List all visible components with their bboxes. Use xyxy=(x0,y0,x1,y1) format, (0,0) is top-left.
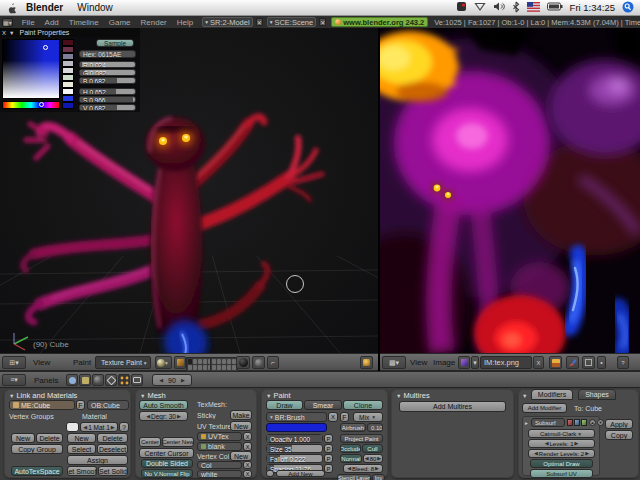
panel-collapse-icon[interactable]: ▼ xyxy=(396,393,401,399)
monitor-status-icon[interactable] xyxy=(456,1,467,14)
image-menu[interactable]: Image xyxy=(433,358,455,367)
menu-timeline[interactable]: Timeline xyxy=(69,18,99,27)
blank-delete-button[interactable]: X xyxy=(243,442,252,451)
white-delete-button[interactable]: X xyxy=(243,470,252,478)
render-visibility-icon[interactable] xyxy=(567,419,573,426)
opacity-slider[interactable]: Opacity 1.000 xyxy=(266,434,323,443)
add-modifier-button[interactable]: Add Modifier xyxy=(522,403,567,413)
proportional-sphere-button[interactable] xyxy=(252,356,265,369)
slider-v[interactable]: V 0.682 xyxy=(79,104,136,111)
modifier-expand-icon[interactable]: ▸ xyxy=(525,420,528,426)
color-swatch[interactable] xyxy=(62,53,74,60)
input-flag-icon[interactable] xyxy=(527,2,540,14)
vgroup-new-button[interactable]: New xyxy=(11,433,35,443)
material-new-button[interactable]: New xyxy=(67,433,96,443)
hex-field[interactable]: Hex: 0615AE xyxy=(79,50,136,58)
app-menu[interactable]: Blender xyxy=(26,2,63,13)
auto-smooth-toggle[interactable]: Auto Smooth xyxy=(139,400,188,410)
screen-selector[interactable]: ▾ SR:2-Model xyxy=(202,17,252,27)
color-swatch[interactable] xyxy=(62,95,74,102)
menu-help[interactable]: Help xyxy=(177,18,193,27)
battery-icon[interactable] xyxy=(547,2,563,13)
center-cursor-button[interactable]: Center Cursor xyxy=(139,448,194,458)
menu-game[interactable]: Game xyxy=(109,18,131,27)
volume-icon[interactable] xyxy=(493,1,505,14)
add-new-checkbox[interactable] xyxy=(266,470,274,477)
stencil-inv-toggle[interactable]: Inv xyxy=(372,474,385,480)
buttons-type-icon[interactable]: ≡▾ xyxy=(2,374,26,386)
white-layer-item[interactable]: white xyxy=(197,470,242,478)
menubar-clock[interactable]: Fri 1:34:25 xyxy=(570,2,615,13)
copy-group-button[interactable]: Copy Group xyxy=(11,444,63,454)
smear-brush-toggle[interactable]: Smear xyxy=(304,400,342,410)
slider-g[interactable]: G 0.082 xyxy=(79,69,136,76)
viewport-3d[interactable]: (90) Cube X ▼ Paint Properties xyxy=(0,28,378,353)
subsurf-uv-toggle[interactable]: Subsurf UV xyxy=(530,469,593,478)
snap-button[interactable]: ⌐ xyxy=(267,356,279,369)
mode-dropdown[interactable]: Texture Paint ▾ xyxy=(95,356,151,369)
slider-r[interactable]: R 0.024 xyxy=(79,61,136,68)
unlink-image-button[interactable]: X xyxy=(533,356,544,369)
uvtex-delete-button[interactable]: X xyxy=(243,432,252,441)
scene-context-icon[interactable] xyxy=(131,374,143,386)
falloff-slider[interactable]: Falloff 0.222 xyxy=(266,454,323,463)
object-name-field[interactable]: OB:Cube xyxy=(87,400,129,410)
mesh-datablock-field[interactable]: ME:Cube xyxy=(9,400,75,410)
uv-image-canvas[interactable] xyxy=(380,28,640,353)
select-button[interactable]: Select xyxy=(67,444,96,454)
material-delete-button[interactable]: Delete xyxy=(97,433,128,443)
panel-collapse-icon[interactable]: ▼ xyxy=(266,393,271,399)
shading-context-icon[interactable] xyxy=(92,374,104,386)
viewport-type-icon[interactable]: ⊞▾ xyxy=(2,356,26,369)
optimal-draw-toggle[interactable]: Optimal Draw xyxy=(530,459,593,468)
image-name-field[interactable]: IM:tex.png xyxy=(480,356,532,369)
add-multires-button[interactable]: Add Multires xyxy=(399,401,506,412)
creature-model[interactable] xyxy=(23,117,322,353)
uv-image-editor[interactable] xyxy=(380,28,640,353)
logic-context-icon[interactable] xyxy=(66,374,78,386)
spotlight-icon[interactable] xyxy=(622,1,634,15)
buttons-zoom-field[interactable]: ◀90▶ xyxy=(152,374,192,386)
occlusion-sphere-button[interactable] xyxy=(236,356,250,369)
col-delete-button[interactable]: X xyxy=(243,461,252,469)
apply-modifier-button[interactable]: Apply xyxy=(605,419,633,429)
occlude-toggle[interactable]: Occlude xyxy=(340,444,361,453)
layer-buttons-group-2[interactable] xyxy=(210,357,238,372)
degr-field[interactable]: ◀Degr: 30▶ xyxy=(139,411,188,421)
color-swatch[interactable] xyxy=(62,46,74,53)
color-swatch[interactable] xyxy=(62,81,74,88)
deselect-button[interactable]: Deselect xyxy=(97,444,128,454)
browse-icon[interactable]: ▾ xyxy=(471,356,479,369)
center-new-button[interactable]: Center New xyxy=(162,437,194,447)
color-swatch[interactable] xyxy=(62,74,74,81)
window-menu[interactable]: Window xyxy=(77,2,113,13)
bleed-field[interactable]: ◀Bleed: 8▶ xyxy=(343,464,383,473)
brush-unlink-button[interactable]: X xyxy=(328,412,338,422)
vgroup-delete-button[interactable]: Delete xyxy=(36,433,63,443)
stencil-layer-toggle[interactable]: Stencil Layer xyxy=(337,474,371,480)
pack-image-icon[interactable] xyxy=(549,356,562,369)
menu-render[interactable]: Render xyxy=(141,18,167,27)
panel-collapse-icon[interactable]: ▼ xyxy=(140,393,145,399)
draw-brush-toggle[interactable]: Draw xyxy=(266,400,303,410)
falloff-pressure-button[interactable]: P xyxy=(324,454,333,463)
realtime-visibility-icon[interactable] xyxy=(574,419,580,426)
script-context-icon[interactable] xyxy=(79,374,91,386)
normal-toggle[interactable]: Normal xyxy=(340,454,362,463)
assign-button[interactable]: Assign xyxy=(67,455,128,465)
draw-mode-button[interactable]: ▾ xyxy=(155,356,172,369)
project-paint-toggle[interactable]: Project Paint xyxy=(340,434,383,443)
color-swatch[interactable] xyxy=(62,60,74,67)
uv-brush-icon[interactable] xyxy=(566,356,579,369)
copy-modifier-button[interactable]: Copy xyxy=(605,430,633,440)
slider-s[interactable]: S 0.966 xyxy=(79,96,136,103)
view-menu[interactable]: View xyxy=(410,358,427,367)
shape-status-icon[interactable] xyxy=(474,1,486,14)
sample-button[interactable]: Sample xyxy=(96,39,134,47)
set-smooth-button[interactable]: Set Smooth xyxy=(67,466,97,476)
color-swatch[interactable] xyxy=(62,88,74,95)
paint-properties-header[interactable]: X ▼ Paint Properties xyxy=(0,28,140,37)
apple-menu-icon[interactable] xyxy=(7,2,18,14)
airbrush-rate-field[interactable]: 0.100 xyxy=(367,423,383,432)
brush-datablock-field[interactable]: ▾BR:Brush xyxy=(266,412,327,422)
